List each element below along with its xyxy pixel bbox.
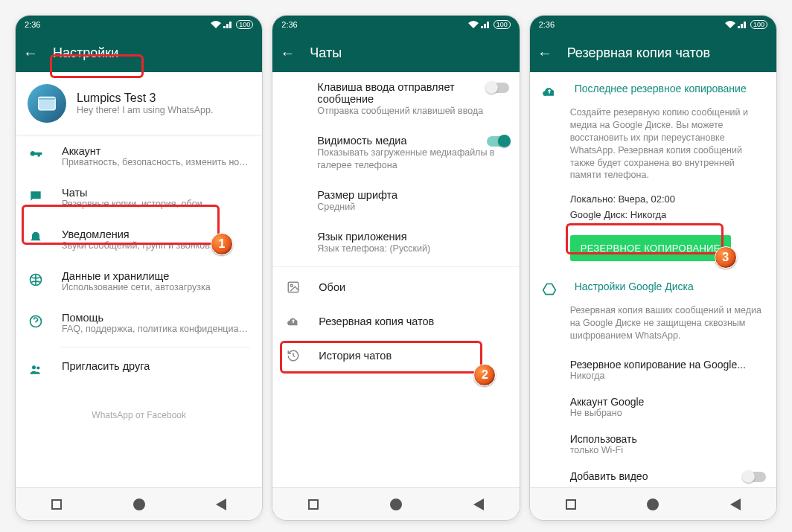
menu-item-data[interactable]: Данные и хранилищеИспользование сети, ав… [16, 260, 262, 302]
signal-icon [223, 21, 234, 28]
menu-item-help[interactable]: ПомощьFAQ, поддержка, политика конфиденц… [16, 302, 262, 344]
nav-back[interactable] [473, 499, 484, 510]
bell-icon [28, 230, 44, 246]
nav-recents[interactable] [308, 499, 319, 510]
nav-bar [530, 487, 776, 520]
last-backup-drive: Google Диск: Никогда [530, 206, 776, 225]
sub-use-network[interactable]: Использовать только Wi-Fi [530, 426, 776, 463]
setting-media-visibility[interactable]: Видимость медиа Показывать загруженные м… [272, 126, 519, 180]
gd-desc: Резервная копия ваших сообщений и медиа … [530, 304, 776, 351]
battery-icon: 100 [236, 20, 253, 29]
nav-home[interactable] [390, 499, 402, 510]
wallpaper-icon [286, 281, 301, 294]
badge-3: 3 [715, 246, 737, 269]
status-bar: 2:36 100 [530, 16, 776, 33]
svg-point-6 [291, 285, 293, 287]
appbar-title: Резервная копия чатов [567, 45, 710, 61]
profile-name: Lumpics Test 3 [77, 92, 213, 105]
setting-font-size[interactable]: Размер шрифта Средний [272, 180, 519, 222]
nav-home[interactable] [133, 499, 145, 510]
nav-recents[interactable] [566, 499, 576, 510]
last-backup-local: Локально: Вчера, 02:00 [530, 190, 776, 206]
chat-icon [28, 188, 44, 205]
status-icons: 100 [725, 20, 767, 29]
status-bar: 2:36 100 [272, 16, 519, 33]
setting-app-language[interactable]: Язык приложения Язык телефона: (Русский) [272, 222, 519, 263]
help-icon [28, 313, 44, 330]
nav-back[interactable] [730, 499, 741, 510]
drive-icon [542, 282, 558, 300]
battery-icon: 100 [494, 20, 511, 29]
history-icon [286, 349, 301, 362]
svg-point-4 [36, 366, 39, 369]
row-chat-backup[interactable]: Резервная копия чатов [272, 304, 519, 339]
status-icons: 100 [211, 20, 253, 29]
toggle-off-icon[interactable] [487, 83, 509, 93]
last-backup-desc: Создайте резервную копию сообщений и мед… [530, 106, 776, 190]
toggle-on-icon[interactable] [487, 136, 509, 147]
svg-point-3 [32, 365, 36, 369]
screen-settings: 2:36 100 ← Настройки Lumpics Test 3 Hey … [15, 15, 263, 521]
sub-google-account[interactable]: Аккаунт Google Не выбрано [530, 388, 776, 426]
menu-item-chats[interactable]: ЧатыРезервные копии, история, обои [16, 177, 262, 219]
data-icon [28, 272, 44, 288]
setting-enter-sends[interactable]: Клавиша ввода отправляет сообщение Отпра… [272, 72, 519, 126]
menu-item-account[interactable]: АккаунтПриватность, безопасность, измени… [16, 135, 262, 177]
status-icons: 100 [468, 20, 511, 29]
wifi-icon [211, 21, 221, 28]
appbar-title: Чаты [310, 45, 342, 61]
signal-icon [481, 21, 491, 28]
nav-back[interactable] [216, 499, 226, 510]
wifi-icon [725, 21, 735, 28]
appbar-title: Настройки [53, 45, 118, 61]
back-button[interactable]: ← [280, 45, 295, 62]
app-bar: ← Чаты [272, 33, 519, 72]
menu-item-invite[interactable]: Пригласить друга [16, 350, 262, 388]
key-icon [28, 147, 44, 163]
sub-include-video[interactable]: Добавить видео [530, 463, 776, 487]
badge-1: 1 [211, 233, 233, 255]
back-button[interactable]: ← [23, 45, 38, 62]
screen-chats: 2:36 100 ← Чаты Клавиша ввода отправляет… [272, 15, 520, 521]
section-google-drive: Настройки Google Диска [530, 270, 776, 304]
svg-rect-5 [289, 283, 299, 293]
people-icon [28, 362, 44, 378]
status-time: 2:36 [539, 20, 555, 29]
nav-home[interactable] [647, 499, 659, 510]
nav-recents[interactable] [51, 499, 62, 510]
toggle-off-icon[interactable] [744, 472, 766, 482]
wifi-icon [468, 21, 479, 28]
profile-status: Hey there! I am using WhatsApp. [77, 105, 213, 115]
nav-bar [16, 487, 262, 520]
row-wallpaper[interactable]: Обои [272, 270, 519, 304]
status-time: 2:36 [281, 20, 297, 29]
footer-text: WhatsApp от Facebook [16, 388, 262, 428]
sub-backup-to-drive[interactable]: Резервное копирование на Google... Никог… [530, 351, 776, 388]
cloud-up-icon [542, 84, 558, 102]
cloud-up-icon [286, 315, 301, 328]
avatar [28, 84, 66, 123]
status-time: 2:36 [25, 20, 40, 29]
back-button[interactable]: ← [537, 45, 552, 62]
section-last-backup: Последнее резервное копирование [530, 72, 776, 106]
backup-button[interactable]: РЕЗЕРВНОЕ КОПИРОВАНИЕ [570, 235, 731, 261]
signal-icon [738, 21, 748, 28]
status-bar: 2:36 100 [16, 16, 262, 33]
profile-row[interactable]: Lumpics Test 3 Hey there! I am using Wha… [16, 72, 262, 135]
battery-icon: 100 [750, 20, 767, 29]
app-bar: ← Резервная копия чатов [530, 33, 776, 72]
nav-bar [272, 487, 519, 520]
app-bar: ← Настройки [16, 33, 262, 72]
screen-backup: 2:36 100 ← Резервная копия чатов Последн… [529, 15, 777, 521]
